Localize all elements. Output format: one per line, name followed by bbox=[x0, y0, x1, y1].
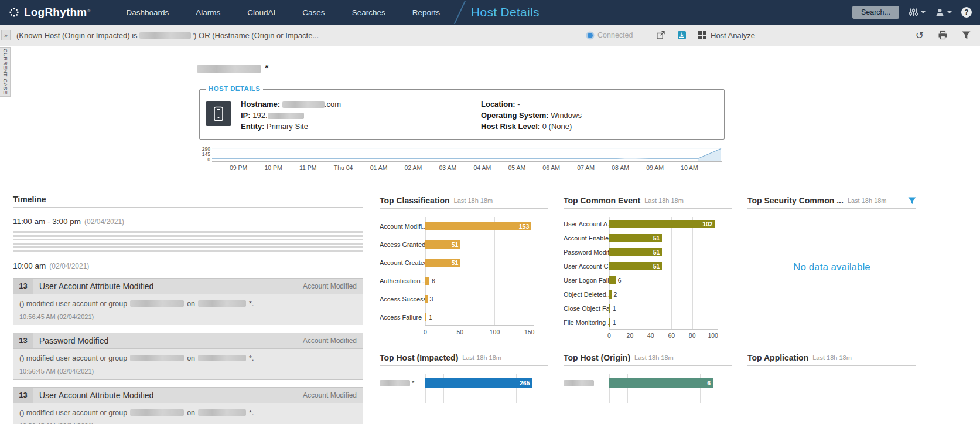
chart-category-label: Access Granted bbox=[380, 235, 425, 253]
user-menu[interactable] bbox=[935, 8, 952, 17]
chart-category-label: User Logon Fail... bbox=[564, 273, 609, 287]
bar[interactable]: 153 bbox=[425, 222, 531, 230]
collapsed-event-line bbox=[13, 231, 363, 233]
page-title-group: Host Details bbox=[453, 0, 539, 25]
help-icon[interactable]: ? bbox=[961, 7, 972, 18]
panel-period: Last 18h 18m bbox=[812, 354, 852, 361]
timeline-group-date: (02/04/2021) bbox=[49, 262, 89, 270]
nav-cases[interactable]: Cases bbox=[289, 0, 338, 25]
timeline-group-collapsed[interactable]: 11:00 am - 3:00 pm(02/04/2021) bbox=[13, 217, 363, 226]
x-tick-label: 10 AM bbox=[681, 164, 698, 171]
display-settings-control[interactable] bbox=[909, 8, 926, 17]
print-icon[interactable] bbox=[938, 30, 948, 40]
event-description: () modified user account or groupon*. bbox=[19, 354, 357, 362]
bar-value-label: 265 bbox=[520, 379, 530, 386]
current-case-label: CURRENT CASE bbox=[2, 49, 8, 94]
timeline-event-card[interactable]: 13User Account Attribute ModifiedAccount… bbox=[13, 278, 363, 325]
toolbar-right-icons: ↺ bbox=[916, 25, 971, 46]
nav-dashboards[interactable]: Dashboards bbox=[113, 0, 183, 25]
event-count-badge: 13 bbox=[13, 333, 33, 348]
panel-period: Last 18h 18m bbox=[462, 354, 501, 361]
bar-row: 1 bbox=[609, 316, 718, 330]
nav-searches[interactable]: Searches bbox=[339, 0, 399, 25]
search-filter-text[interactable]: (Known Host (Origin or Impacted) is ') O… bbox=[16, 25, 319, 46]
save-search-icon[interactable] bbox=[677, 30, 687, 40]
bar[interactable]: 6 bbox=[609, 276, 616, 284]
event-description-mid: on bbox=[187, 300, 195, 308]
chart-category-label: Close Object Fai... bbox=[564, 301, 609, 316]
timeline-event-card[interactable]: 13User Account Attribute ModifiedAccount… bbox=[13, 387, 363, 424]
bar[interactable]: 51 bbox=[425, 240, 460, 249]
host-analyze-button[interactable]: Host Analyze bbox=[698, 31, 755, 40]
bar[interactable]: 2 bbox=[609, 290, 612, 299]
bar[interactable]: 51 bbox=[609, 234, 662, 242]
event-timestamp: 10:56:45 AM (02/04/2021) bbox=[19, 422, 357, 424]
nav-reports[interactable]: Reports bbox=[399, 0, 453, 25]
bar[interactable]: 51 bbox=[609, 262, 662, 270]
bar[interactable]: 51 bbox=[609, 248, 662, 256]
toolbar-middle-icons: Host Analyze bbox=[656, 25, 755, 46]
bar[interactable]: 102 bbox=[609, 220, 715, 228]
bar-value-label: 51 bbox=[452, 259, 459, 266]
bar[interactable]: 1 bbox=[609, 318, 610, 327]
bar[interactable]: 1 bbox=[609, 304, 610, 313]
redacted-text bbox=[130, 300, 184, 307]
bar-row: 102 bbox=[609, 217, 718, 231]
bar[interactable]: 6 bbox=[425, 277, 429, 285]
event-timestamp: 10:56:45 AM (02/04/2021) bbox=[19, 368, 357, 375]
event-description-suffix: *. bbox=[249, 300, 254, 308]
bar-value-label: 51 bbox=[653, 235, 660, 242]
open-in-new-icon[interactable] bbox=[656, 30, 665, 40]
event-category: Account Modified bbox=[303, 391, 363, 399]
bar[interactable]: 1 bbox=[425, 313, 426, 321]
nav-alarms[interactable]: Alarms bbox=[182, 0, 234, 25]
bar-row: 51 bbox=[425, 235, 534, 253]
host-analyze-icon bbox=[698, 31, 706, 39]
bar[interactable]: 265 bbox=[425, 378, 532, 388]
event-title: User Account Attribute Modified bbox=[33, 391, 153, 400]
panel-top-classification: Top Classification Last 18h 18m Account … bbox=[380, 196, 548, 337]
bar-value-label: 51 bbox=[653, 263, 660, 270]
panel-top-host-origin: Top Host (Origin) Last 18h 18m 6 bbox=[564, 353, 732, 403]
filter-icon[interactable] bbox=[962, 31, 971, 39]
chart-plot: 1025151516211 bbox=[609, 217, 718, 330]
search-button[interactable]: Search... bbox=[852, 6, 899, 19]
chart-x-axis: 020406080100 bbox=[609, 331, 718, 340]
current-case-tab[interactable]: CURRENT CASE bbox=[0, 47, 11, 97]
connected-dot-icon bbox=[588, 33, 593, 38]
bar[interactable]: 6 bbox=[609, 378, 713, 388]
bar-value-label: 6 bbox=[432, 277, 435, 284]
collapsed-events[interactable] bbox=[13, 231, 363, 252]
bar-row: 6 bbox=[425, 272, 534, 290]
undo-icon[interactable]: ↺ bbox=[916, 30, 924, 40]
redacted-text bbox=[130, 409, 184, 416]
activity-sparkline: 2901450 09 PM10 PM11 PMThu 0401 AM02 AM0… bbox=[198, 147, 722, 171]
nav-cloudai[interactable]: CloudAI bbox=[234, 0, 289, 25]
panel-filter-icon[interactable] bbox=[908, 197, 916, 205]
x-tick-label: 05 AM bbox=[508, 164, 525, 171]
chart-category-label: Account Created bbox=[380, 253, 425, 272]
chart-category-label: File Monitoring ... bbox=[564, 316, 609, 330]
title-slash-divider bbox=[454, 1, 466, 25]
x-tick-label: 07 AM bbox=[577, 164, 595, 171]
chart-plot: 6 bbox=[609, 374, 718, 403]
app: LogRhythm® Dashboards Alarms CloudAI Cas… bbox=[0, 0, 980, 424]
bar-value-label: 102 bbox=[702, 221, 713, 228]
bar[interactable]: 3 bbox=[425, 295, 428, 303]
host-details-right-column: Location: - Operating System: Windows Ho… bbox=[481, 99, 582, 132]
x-tick-label: 20 bbox=[627, 332, 634, 339]
bar-row: 3 bbox=[425, 290, 534, 308]
timeline-group-10am[interactable]: 10:00 am(02/04/2021) bbox=[13, 262, 363, 270]
bar[interactable]: 51 bbox=[425, 259, 460, 267]
current-case-expand-icon[interactable]: » bbox=[1, 30, 11, 40]
filter-suffix: ') OR (Hostname (Origin or Impacte... bbox=[193, 31, 319, 40]
logrhythm-logo[interactable]: LogRhythm® bbox=[0, 6, 91, 19]
search-toolbar: » (Known Host (Origin or Impacted) is ')… bbox=[0, 25, 980, 46]
event-description-suffix: *. bbox=[249, 409, 254, 417]
x-tick-label: 60 bbox=[668, 332, 675, 339]
timeline-event-card[interactable]: 13Password ModifiedAccount Modified() mo… bbox=[13, 333, 363, 380]
event-category: Account Modified bbox=[303, 282, 363, 290]
host-icon bbox=[206, 101, 231, 126]
sparkline-plot[interactable] bbox=[212, 147, 722, 162]
timeline-cards: 13User Account Attribute ModifiedAccount… bbox=[13, 278, 363, 424]
